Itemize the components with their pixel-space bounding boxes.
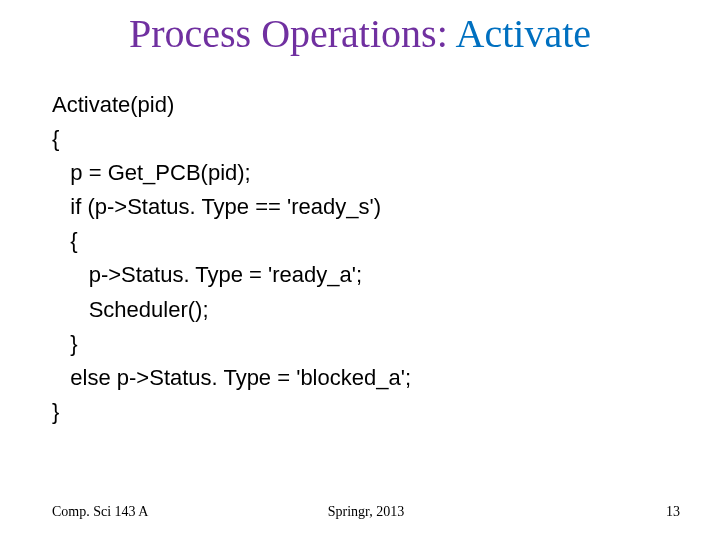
code-line: p = Get_PCB(pid); — [52, 160, 251, 185]
code-line: Scheduler(); — [52, 297, 209, 322]
code-line: p->Status. Type = 'ready_a'; — [52, 262, 362, 287]
footer-center: Springr, 2013 — [52, 504, 680, 520]
slide-title: Process Operations: Activate — [0, 12, 720, 56]
title-part-2: Activate — [456, 11, 592, 56]
code-line: Activate(pid) — [52, 92, 174, 117]
code-line: else p->Status. Type = 'blocked_a'; — [52, 365, 411, 390]
footer-page-number: 13 — [666, 504, 680, 520]
code-line: if (p->Status. Type == 'ready_s') — [52, 194, 381, 219]
code-line: { — [52, 228, 78, 253]
title-part-1: Process Operations: — [129, 11, 456, 56]
code-line: } — [52, 399, 59, 424]
slide: Process Operations: Activate Activate(pi… — [0, 0, 720, 540]
code-block: Activate(pid) { p = Get_PCB(pid); if (p-… — [52, 88, 411, 429]
code-line: } — [52, 331, 78, 356]
code-line: { — [52, 126, 59, 151]
